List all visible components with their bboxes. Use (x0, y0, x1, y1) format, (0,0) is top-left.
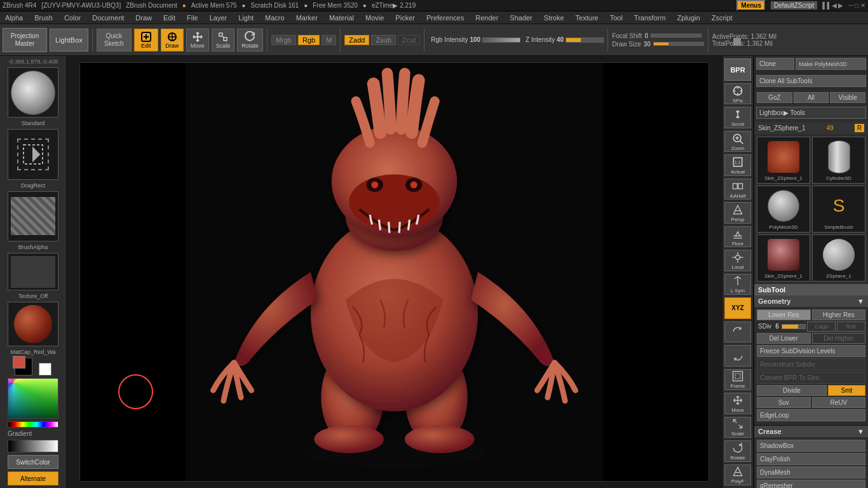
rstr-button[interactable]: Rstr (837, 322, 865, 332)
drag-rect-thumbnail[interactable] (8, 129, 58, 179)
tool-thumb-zsphere[interactable]: ZSphere_1 (812, 234, 865, 281)
sdiv-slider[interactable] (782, 324, 806, 329)
switch-color-button[interactable]: SwitchColor (8, 455, 58, 469)
frame-button[interactable]: Frame (724, 369, 751, 390)
background-color-swatch[interactable] (39, 363, 51, 376)
menu-file[interactable]: File (184, 14, 201, 22)
menu-movie[interactable]: Movie (363, 14, 386, 22)
foreground-color[interactable] (15, 358, 32, 376)
menu-material[interactable]: Material (327, 14, 356, 22)
higher-res-button[interactable]: Higher Res (812, 309, 866, 320)
matcap-thumbnail[interactable] (8, 302, 58, 346)
quick-sketch-button[interactable]: QuickSketch (97, 29, 132, 51)
scale-button[interactable]: Scale (212, 29, 235, 51)
rgb-button[interactable]: Rgb (298, 35, 320, 45)
zsub-button[interactable]: Zsub (371, 35, 395, 45)
menu-edit[interactable]: Edit (161, 14, 178, 22)
menu-brush[interactable]: Brush (32, 14, 55, 22)
window-controls[interactable]: ─ □ ✕ (848, 2, 865, 9)
lower-res-button[interactable]: Lower Res (757, 309, 811, 320)
menu-layer[interactable]: Layer (207, 14, 230, 22)
skin-zsphere-r-button[interactable]: R (855, 124, 864, 132)
hue-slider[interactable] (8, 421, 58, 428)
rotate-button[interactable]: Rotate (237, 29, 263, 51)
color-picker[interactable] (8, 378, 58, 419)
menu-light[interactable]: Light (236, 14, 256, 22)
menu-picker[interactable]: Picker (393, 14, 417, 22)
spix-button[interactable]: SPix (724, 83, 751, 104)
menu-shader[interactable]: Shader (507, 14, 534, 22)
rotate-view-1[interactable] (724, 322, 751, 342)
active-color-swatch[interactable] (13, 356, 25, 369)
clone-button[interactable]: Clone (756, 58, 794, 70)
xyz-button[interactable]: XYZ (724, 297, 751, 318)
zcut-button[interactable]: Zcut (398, 35, 420, 45)
brush-alpha-thumbnail[interactable] (8, 191, 58, 241)
tool-thumb-skin-zsphere[interactable]: Skin_ZSphere_1 (757, 137, 810, 184)
tool-thumb-simple-brush[interactable]: S SimpleBrush (812, 186, 865, 233)
draw-button[interactable]: Draw (161, 29, 184, 51)
lsym-button[interactable]: L Sym (724, 274, 751, 295)
focal-shift-slider[interactable] (651, 34, 702, 37)
dyna-mesh-button[interactable]: DynaMesh (757, 466, 865, 478)
freeze-subdiv-button[interactable]: Freeze SubDivision Levels (757, 345, 865, 357)
reuv-button[interactable]: ReUV (812, 397, 866, 408)
menu-document[interactable]: Document (90, 14, 126, 22)
tool-thumb-skin-zsphere2[interactable]: Skin_ZSphere_1 (757, 234, 810, 281)
rotate-view-2[interactable] (724, 345, 751, 366)
tool-thumb-polymesh[interactable]: PolyMesh3D (757, 186, 810, 233)
mrgb-button[interactable]: Mrgb (271, 35, 296, 45)
clay-polish-button[interactable]: ClayPolish (757, 453, 865, 465)
menu-zplugin[interactable]: Zplugin (675, 14, 703, 22)
menu-tool[interactable]: Tool (607, 14, 625, 22)
suv-button[interactable]: Suv (757, 397, 811, 408)
scale-view-button[interactable]: Scale (724, 417, 751, 438)
lightbox-button[interactable]: LightBox (50, 29, 88, 51)
edgeloop-button[interactable]: EdgeLoop (757, 409, 865, 421)
del-higher-button[interactable]: Del Higher (812, 333, 866, 344)
draw-size-slider[interactable] (653, 42, 704, 46)
local-button[interactable]: Local (724, 250, 751, 271)
menu-alpha[interactable]: Alpha (3, 14, 25, 22)
zoom-button[interactable]: Zoom (724, 131, 751, 152)
scroll-button[interactable]: Scroll (724, 107, 751, 128)
rotate-view-button[interactable]: Rotate (724, 440, 751, 461)
menu-draw[interactable]: Draw (133, 14, 154, 22)
tool-thumb-cylinder[interactable]: Cylinder3D (812, 137, 865, 184)
menu-stroke[interactable]: Stroke (541, 14, 567, 22)
move-button[interactable]: Move (186, 29, 209, 51)
floor-button[interactable]: Floor (724, 226, 751, 247)
brush-thumbnail[interactable] (8, 67, 58, 118)
alternate-button[interactable]: Alternate (8, 471, 58, 485)
clone-all-button[interactable]: Clone All SubTools (756, 75, 866, 87)
z-intensity-slider[interactable] (566, 37, 604, 43)
menu-transform[interactable]: Transform (632, 14, 668, 22)
lightbox-tools-button[interactable]: Lightbox▶ Tools (756, 107, 866, 119)
crease-header[interactable]: Crease ▼ (754, 426, 868, 437)
all-button[interactable]: All (794, 92, 829, 103)
geometry-header[interactable]: Geometry ▼ (754, 295, 868, 307)
del-lower-button[interactable]: Del Lower (757, 333, 811, 344)
menu-preferences[interactable]: Preferences (424, 14, 466, 22)
menu-marker[interactable]: Marker (294, 14, 320, 22)
m-button[interactable]: M (322, 35, 336, 45)
bpr-button[interactable]: BPR (724, 58, 751, 81)
cage-button[interactable]: Cage (807, 322, 836, 332)
zadd-button[interactable]: Zadd (344, 35, 369, 45)
aahalf-button[interactable]: AAHalf (724, 179, 751, 200)
menu-macro[interactable]: Macro (262, 14, 287, 22)
reconstruct-subdiv-button[interactable]: Reconstruct Subdiv (757, 358, 865, 370)
smt-button[interactable]: Smt (828, 385, 865, 396)
move-view-button[interactable]: Move (724, 393, 751, 414)
menu-zscript[interactable]: Zscript (709, 14, 735, 22)
polyf-button[interactable]: PolyF (724, 464, 751, 485)
rgb-intensity-slider[interactable] (482, 37, 520, 43)
gradient-preview[interactable] (8, 440, 58, 452)
visible-button[interactable]: Visible (830, 92, 865, 103)
menu-texture[interactable]: Texture (573, 14, 601, 22)
divide-button[interactable]: Divide (757, 385, 827, 396)
persp-button[interactable]: Persp (724, 202, 751, 223)
default-script[interactable]: DefaultZScript (771, 1, 817, 10)
menus-button[interactable]: Menus (736, 0, 766, 11)
menu-render[interactable]: Render (473, 14, 501, 22)
